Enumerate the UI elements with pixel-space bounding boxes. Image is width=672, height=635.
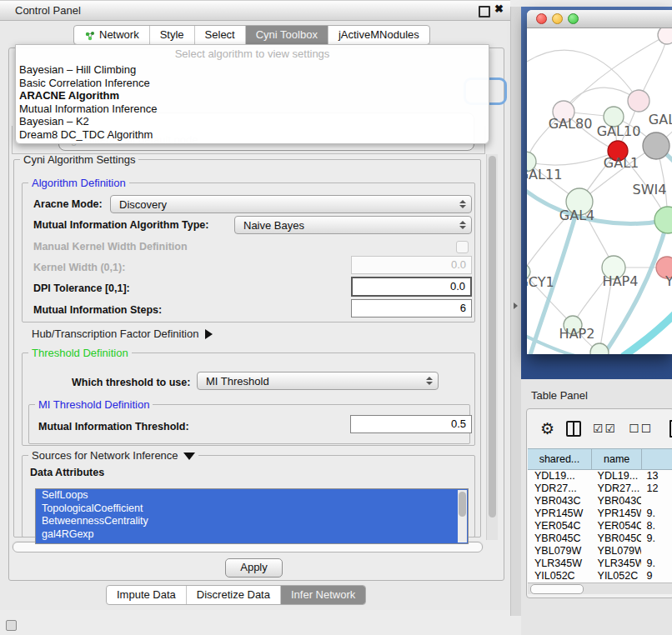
settings-vertical-scrollbar[interactable] <box>486 154 498 540</box>
node-label: GAL4 <box>559 208 594 223</box>
float-window-icon[interactable] <box>479 6 490 18</box>
table-cell: YBR045C <box>591 532 642 545</box>
aracne-mode-label: Aracne Mode: <box>33 198 103 210</box>
deselect-all-icon[interactable]: ☐☐ <box>629 422 653 435</box>
table-cell: YBL079W <box>528 545 591 558</box>
which-threshold-select[interactable]: MI Threshold <box>197 372 439 390</box>
minimize-traffic-light[interactable] <box>552 13 563 24</box>
dpi-tolerance-label: DPI Tolerance [0,1]: <box>33 282 130 294</box>
select-all-icon[interactable]: ☑☑ <box>593 422 617 435</box>
table-horizontal-scrollbar[interactable] <box>528 582 672 594</box>
tab-network[interactable]: Network <box>74 26 150 44</box>
table-header-cell[interactable]: name <box>592 449 642 469</box>
table-cell: YDR27... <box>528 482 591 495</box>
network-node[interactable] <box>643 132 669 159</box>
tab-cyni-toolbox[interactable]: Cyni Toolbox <box>246 26 328 44</box>
tab-select[interactable]: Select <box>195 26 246 44</box>
tab-label: Infer Network <box>291 586 355 604</box>
tab-label: Discretize Data <box>197 586 270 604</box>
table-cell: YBR043C <box>591 495 642 508</box>
algorithm-dropdown-popup: Select algorithm to view settings Bayesi… <box>15 44 489 144</box>
algorithm-option[interactable]: Basic Correlation Inference <box>16 77 489 90</box>
table-row[interactable]: YLR345WYLR345W9. <box>528 558 672 570</box>
data-attributes-list[interactable]: SelfLoopsTopologicalCoefficientBetweenne… <box>35 488 469 544</box>
table-row[interactable]: YPR145WYPR145W9. <box>528 508 672 520</box>
control-panel-title: Control Panel <box>15 4 81 17</box>
attribute-item[interactable]: gal4RGexp <box>36 528 468 542</box>
attribute-item[interactable]: SelfLoops <box>36 489 468 502</box>
tab-style[interactable]: Style <box>150 26 195 44</box>
network-icon <box>84 30 95 41</box>
table-scrollbar-thumb[interactable] <box>530 584 584 594</box>
table-cell: YDL19... <box>591 470 642 482</box>
network-node[interactable] <box>658 28 672 44</box>
manual-kernel-checkbox[interactable] <box>456 241 469 253</box>
node-attribute-table[interactable]: shared...name YDL19...YDL19...13YDR27...… <box>528 448 672 582</box>
table-row[interactable]: YDR27...YDR27...12 <box>528 482 672 495</box>
table-header-cell[interactable]: shared... <box>528 449 592 469</box>
table-panel-body: ⚙ ☑☑ ☐☐ shared...name YDL19...YDL19...13… <box>526 408 672 598</box>
network-graph: GALGAL80GAL10GAL1GAL11SWI4GAL4GCY1HAP4YH… <box>527 28 672 354</box>
table-row[interactable]: YDL19...YDL19...13 <box>528 470 672 482</box>
tab-discretize-data[interactable]: Discretize Data <box>187 586 281 604</box>
algorithm-option[interactable]: Mutual Information Inference <box>16 102 489 116</box>
attributes-scrollbar-thumb[interactable] <box>459 492 466 517</box>
splitpane-divider[interactable] <box>510 7 522 616</box>
mi-algorithm-type-select[interactable]: Naive Bayes <box>234 216 472 234</box>
node-label: HAP2 <box>559 326 595 342</box>
network-node[interactable] <box>654 207 672 233</box>
algorithm-option[interactable]: Bayesian – Hill Climbing <box>16 63 489 77</box>
algorithm-option[interactable]: ARACNE Algorithm <box>16 89 489 102</box>
node-label: GAL1 <box>604 155 639 171</box>
collapsed-panel-icon[interactable] <box>6 620 17 631</box>
apply-button[interactable]: Apply <box>225 558 283 578</box>
aracne-mode-select[interactable]: Discovery <box>110 195 472 213</box>
data-attributes-label: Data Attributes <box>30 467 104 478</box>
attribute-item[interactable]: BetweennessCentrality <box>36 515 468 528</box>
attributes-list-scrollbar[interactable] <box>458 490 467 542</box>
tab-jactivemnodules[interactable]: jActiveMNodules <box>328 26 429 44</box>
close-traffic-light[interactable] <box>536 13 547 24</box>
table-row[interactable]: YBL079WYBL079W <box>528 545 672 558</box>
attribute-item[interactable]: TopologicalCoefficient <box>36 502 468 516</box>
table-rows: YDL19...YDL19...13YDR27...YDR27...12YBR0… <box>528 470 672 582</box>
table-cell: 9 <box>641 570 672 582</box>
hub-definition-toggle[interactable]: Hub/Transcription Factor Definition <box>32 328 213 340</box>
network-canvas[interactable]: GALGAL80GAL10GAL1GAL11SWI4GAL4GCY1HAP4YH… <box>527 28 672 354</box>
mi-steps-input[interactable]: 6 <box>351 299 472 318</box>
table-row[interactable]: YER054CYER054C8. <box>528 520 672 532</box>
algorithm-dropdown-placeholder: Select algorithm to view settings <box>16 45 489 63</box>
sources-title: Sources for Network Inference <box>28 449 198 462</box>
combo-arrows-icon <box>456 221 469 229</box>
table-cell: YIL052C <box>528 570 591 582</box>
table-header-row[interactable]: shared...name <box>528 448 672 470</box>
mi-threshold-label: Mutual Information Threshold: <box>38 421 189 432</box>
tab-impute-data[interactable]: Impute Data <box>107 586 187 604</box>
table-cell: YER054C <box>528 520 591 532</box>
table-cell: YLR345W <box>528 558 591 570</box>
table-row[interactable]: YBR045CYBR045C9. <box>528 532 672 545</box>
table-cell: YDL19... <box>528 470 591 482</box>
kernel-width-input[interactable]: 0.0 <box>351 256 472 274</box>
close-icon[interactable]: ✖ <box>494 2 504 15</box>
splitpane-collapse-icon[interactable] <box>514 302 518 309</box>
settings-gear-icon[interactable]: ⚙ <box>540 421 554 437</box>
table-row[interactable]: YBR043CYBR043C <box>528 495 672 508</box>
table-cell <box>641 495 672 508</box>
network-node[interactable] <box>590 343 609 354</box>
tab-infer-network[interactable]: Infer Network <box>281 586 365 604</box>
dpi-tolerance-input[interactable]: 0.0 <box>351 277 472 297</box>
algorithm-option[interactable]: Dream8 DC_TDC Algorithm <box>16 128 489 142</box>
algorithm-option[interactable]: Bayesian – K2 <box>16 115 489 128</box>
expanded-arrow-icon[interactable] <box>183 452 195 460</box>
mi-threshold-input[interactable]: 0.5 <box>350 415 472 433</box>
network-node[interactable] <box>628 90 649 112</box>
table-panel-title: Table Panel <box>531 389 588 402</box>
table-header-cell[interactable] <box>642 449 672 469</box>
table-row[interactable]: YIL052CYIL052C9 <box>528 570 672 582</box>
column-selector-icon[interactable] <box>566 421 581 437</box>
vertical-scrollbar-thumb[interactable] <box>489 156 496 518</box>
zoom-traffic-light[interactable] <box>568 13 579 24</box>
which-threshold-value: MI Threshold <box>198 375 423 388</box>
tab-label: Select <box>205 26 235 44</box>
